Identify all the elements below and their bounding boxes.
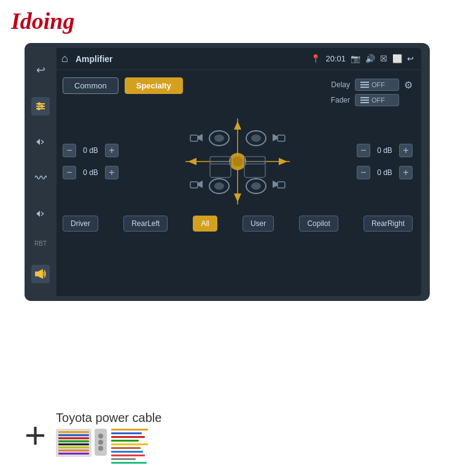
fader-value: OFF (371, 96, 385, 104)
right-bottom-db-row: − 0 dB + (357, 166, 413, 179)
cable-plug (95, 429, 107, 456)
left-top-db-row: − 0 dB + (63, 144, 118, 157)
left-top-db-value: 0 dB (80, 146, 101, 155)
delay-settings-icon[interactable]: ⚙ (404, 79, 413, 91)
delay-row: Delay OFF ⚙ (328, 79, 413, 91)
status-time: 20:01 (325, 54, 346, 63)
volume-icon: 🔊 (365, 54, 375, 63)
cable-wires-out (111, 429, 148, 464)
back-nav-icon[interactable]: ↩ (407, 54, 414, 63)
rearright-btn[interactable]: RearRight (363, 216, 413, 232)
right-bottom-db-value: 0 dB (374, 168, 395, 177)
vol-down-icon[interactable] (31, 133, 50, 151)
driver-btn[interactable]: Driver (63, 216, 98, 232)
svg-rect-38 (278, 135, 285, 141)
right-top-minus-btn[interactable]: − (357, 144, 370, 157)
left-bottom-db-row: − 0 dB + (63, 166, 118, 179)
right-bottom-minus-btn[interactable]: − (357, 166, 370, 179)
screen-title: Amplifier (76, 54, 311, 64)
svg-marker-39 (273, 134, 278, 141)
cable-connector-visual (56, 429, 148, 464)
common-tab[interactable]: Common (63, 77, 118, 94)
rbt-label: RBT (34, 240, 47, 247)
close-box-icon[interactable]: ☒ (380, 54, 387, 63)
screen: ⌂ Amplifier 📍 20:01 📷 🔊 ☒ ⬜ ↩ Common Spe… (54, 48, 421, 296)
cable-text: Toyota power cable (56, 411, 161, 425)
svg-rect-33 (244, 157, 265, 164)
svg-point-17 (233, 157, 243, 166)
svg-marker-21 (279, 158, 287, 165)
speaker-diagram (179, 112, 296, 211)
brand-title: Idoing (11, 7, 74, 34)
svg-marker-13 (38, 269, 43, 279)
svg-marker-20 (188, 158, 196, 165)
svg-marker-37 (198, 181, 203, 188)
side-panel: ↩ RBT (25, 43, 56, 301)
svg-point-4 (41, 104, 44, 107)
svg-rect-36 (190, 182, 198, 188)
fader-row: Fader OFF (328, 94, 413, 106)
delay-value: OFF (371, 81, 385, 88)
svg-marker-18 (234, 121, 241, 130)
right-top-db-row: − 0 dB + (357, 144, 413, 157)
svg-point-25 (251, 135, 261, 142)
speaker-icon[interactable] (31, 265, 50, 283)
svg-rect-31 (210, 157, 231, 164)
delay-toggle[interactable]: OFF (355, 79, 399, 91)
right-top-db-value: 0 dB (374, 146, 395, 155)
svg-point-23 (214, 135, 224, 142)
bottom-buttons-row: Driver RearLeft All User Copilot RearRig… (63, 216, 413, 232)
svg-marker-6 (36, 139, 40, 145)
svg-point-3 (38, 102, 41, 105)
fader-toggle[interactable]: OFF (355, 94, 399, 106)
svg-rect-12 (35, 271, 38, 276)
svg-marker-19 (234, 193, 241, 202)
cable-connector-block (56, 429, 91, 457)
back-icon[interactable]: ↩ (31, 61, 50, 79)
specialty-tab[interactable]: Specialty (125, 77, 183, 94)
left-top-plus-btn[interactable]: + (105, 144, 118, 157)
left-bottom-minus-btn[interactable]: − (63, 166, 76, 179)
left-bottom-db-value: 0 dB (80, 168, 101, 177)
left-bottom-plus-btn[interactable]: + (105, 166, 118, 179)
home-icon[interactable]: ⌂ (61, 52, 68, 65)
svg-rect-34 (190, 135, 198, 141)
window-icon[interactable]: ⬜ (392, 54, 402, 63)
svg-rect-40 (278, 182, 285, 188)
delay-label: Delay (328, 80, 350, 89)
cable-info: Toyota power cable (56, 411, 161, 464)
svg-marker-41 (273, 181, 278, 188)
fader-label: Fader (328, 96, 350, 104)
right-top-plus-btn[interactable]: + (399, 144, 413, 157)
svg-marker-35 (198, 134, 203, 141)
amp-content: Common Specialty Delay OFF ⚙ Fader (54, 70, 421, 239)
left-db-controls: − 0 dB + − 0 dB + (63, 144, 118, 179)
vol-up-icon[interactable] (31, 205, 50, 223)
plus-symbol: + (25, 417, 46, 454)
wave-icon[interactable] (31, 168, 50, 187)
all-btn[interactable]: All (193, 216, 217, 232)
eq-icon[interactable] (31, 97, 50, 115)
svg-marker-9 (36, 211, 40, 217)
svg-point-27 (214, 182, 224, 190)
right-bottom-plus-btn[interactable]: + (399, 166, 413, 179)
svg-line-8 (41, 142, 44, 144)
svg-line-11 (41, 214, 44, 216)
user-btn[interactable]: User (243, 216, 274, 232)
svg-point-29 (251, 182, 261, 190)
speaker-diagram-svg (179, 112, 296, 211)
right-db-controls: − 0 dB + − 0 dB + (357, 144, 413, 179)
status-icons: 📍 20:01 📷 🔊 ☒ ⬜ ↩ (311, 54, 414, 63)
status-bar: ⌂ Amplifier 📍 20:01 📷 🔊 ☒ ⬜ ↩ (54, 48, 421, 70)
copilot-btn[interactable]: Copilot (299, 216, 338, 232)
left-top-minus-btn[interactable]: − (63, 144, 76, 157)
delay-fader-section: Delay OFF ⚙ Fader OFF (328, 79, 413, 106)
svg-point-5 (37, 107, 41, 110)
camera-icon: 📷 (351, 54, 360, 63)
tab-row: Common Specialty (63, 77, 183, 94)
plus-cable-section: + Toyota power cable (25, 411, 161, 464)
location-icon: 📍 (311, 54, 321, 63)
rearleft-btn[interactable]: RearLeft (123, 216, 168, 232)
